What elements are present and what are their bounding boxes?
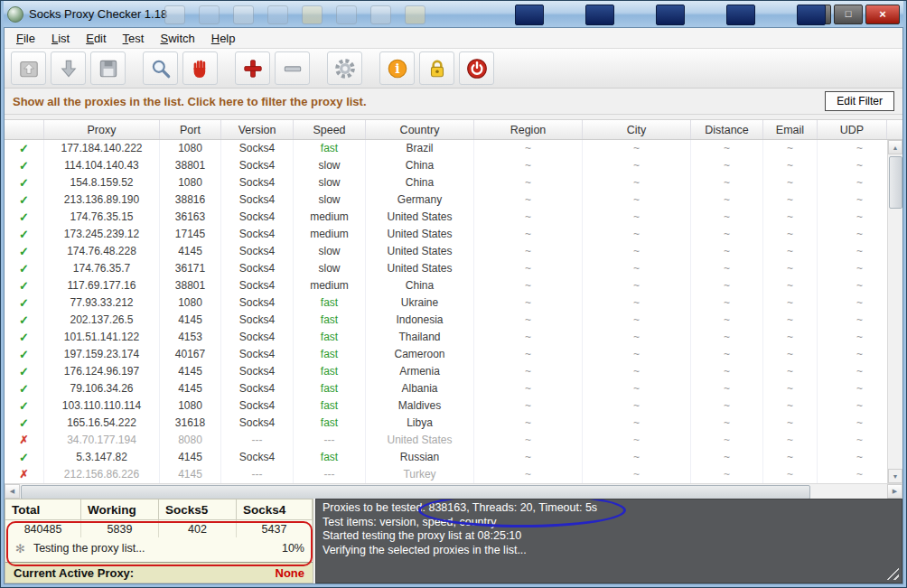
table-row[interactable]: ✓165.16.54.22231618Socks4fastLibya~~~~~	[5, 415, 902, 432]
table-row[interactable]: ✓173.245.239.1217145Socks4mediumUnited S…	[5, 226, 902, 243]
cell-city: ~	[583, 277, 691, 294]
scroll-down-icon[interactable]: ▼	[888, 469, 902, 483]
cell-city: ~	[583, 226, 691, 243]
table-row[interactable]: ✓174.76.35.736171Socks4slowUnited States…	[5, 260, 902, 277]
table-row[interactable]: ✓101.51.141.1224153Socks4fastThailand~~~…	[5, 329, 902, 346]
cell-proxy: 165.16.54.222	[44, 415, 160, 432]
check-icon: ✓	[5, 243, 44, 260]
table-row[interactable]: ✓77.93.33.2121080Socks4fastUkraine~~~~~	[5, 294, 902, 312]
maximize-button[interactable]: □	[834, 5, 863, 24]
edit-filter-button[interactable]: Edit Filter	[825, 91, 894, 111]
client-area: FileListEditTestSwitchHelp	[4, 27, 903, 584]
power-button[interactable]	[459, 51, 494, 85]
cell-country: Russian	[366, 449, 474, 466]
menu-item-list[interactable]: List	[43, 29, 78, 48]
cell-email: ~	[763, 449, 818, 466]
table-row[interactable]: ✓117.69.177.1638801Socks4mediumChina~~~~…	[5, 277, 902, 294]
add-button[interactable]	[235, 51, 270, 85]
active-proxy-value: None	[276, 566, 305, 580]
open-button[interactable]	[11, 51, 46, 85]
cell-email: ~	[763, 397, 818, 415]
cell-port: 4145	[160, 449, 221, 466]
active-proxy-label: Current Active Proxy:	[14, 566, 134, 580]
horizontal-scroll-thumb[interactable]	[21, 485, 810, 499]
table-row[interactable]: ✓174.76.35.1536163Socks4mediumUnited Sta…	[5, 209, 902, 226]
table-row[interactable]: ✗212.156.86.2264145------Turkey~~~~~	[5, 466, 902, 483]
table-row[interactable]: ✓79.106.34.264145Socks4fastAlbania~~~~~	[5, 380, 902, 397]
menu-item-switch[interactable]: Switch	[152, 29, 202, 48]
table-row[interactable]: ✓103.110.110.1141080Socks4fastMaldives~~…	[5, 397, 902, 415]
scroll-left-icon[interactable]: ◀	[5, 484, 20, 499]
cell-port: 40167	[160, 346, 221, 363]
table-row[interactable]: ✓5.3.147.824145Socks4fastRussian~~~~~	[5, 449, 902, 466]
cell-distance: ~	[691, 449, 763, 466]
column-header-country[interactable]: Country	[366, 120, 474, 139]
column-header-speed[interactable]: Speed	[294, 120, 366, 139]
svg-text:i: i	[395, 61, 399, 76]
table-row[interactable]: ✓154.8.159.521080Socks4slowChina~~~~~	[5, 174, 902, 191]
column-header-city[interactable]: City	[583, 120, 691, 139]
table-row[interactable]: ✓202.137.26.54145Socks4fastIndonesia~~~~…	[5, 312, 902, 329]
ghost-icon	[164, 5, 185, 24]
column-header-distance[interactable]: Distance	[691, 120, 763, 139]
filter-text[interactable]: Show all the proxies in the list. Click …	[13, 95, 367, 108]
cell-region: ~	[474, 329, 583, 346]
cell-speed: medium	[294, 226, 366, 243]
table-row[interactable]: ✓213.136.89.19038816Socks4slowGermany~~~…	[5, 191, 902, 209]
menu-item-test[interactable]: Test	[115, 29, 153, 48]
horizontal-scrollbar[interactable]: ◀ ▶	[5, 483, 902, 499]
cell-distance: ~	[691, 191, 763, 209]
menu-item-edit[interactable]: Edit	[78, 29, 114, 48]
stop-button[interactable]	[182, 51, 218, 85]
cell-distance: ~	[691, 243, 763, 260]
save-button[interactable]	[90, 51, 126, 85]
column-header-port[interactable]: Port	[160, 120, 221, 139]
info-button[interactable]: i	[379, 51, 415, 85]
scroll-up-icon[interactable]: ▲	[888, 140, 902, 154]
cell-speed: slow	[294, 174, 366, 191]
lock-button[interactable]	[419, 51, 454, 85]
cell-proxy: 174.76.35.15	[44, 209, 160, 226]
remove-button[interactable]	[275, 51, 310, 85]
close-button[interactable]: ×	[865, 5, 900, 24]
table-row[interactable]: ✓176.124.96.1974145Socks4fastArmenia~~~~…	[5, 363, 902, 380]
check-icon: ✓	[5, 312, 44, 329]
cell-port: 4145	[160, 380, 221, 397]
cell-country: Armenia	[366, 363, 474, 380]
find-button[interactable]	[143, 51, 178, 85]
cell-region: ~	[474, 226, 583, 243]
cell-port: 38816	[160, 191, 221, 209]
summary-panel: TotalWorkingSocks5Socks48404855839402543…	[5, 499, 313, 583]
column-header-version[interactable]: Version	[221, 120, 294, 139]
taskbar-thumbnail	[797, 5, 826, 25]
settings-button[interactable]	[327, 51, 362, 85]
table-row[interactable]: ✓174.76.48.2284145Socks4slowUnited State…	[5, 243, 902, 260]
column-header-status[interactable]	[5, 120, 44, 139]
resize-grip[interactable]	[886, 567, 899, 580]
log-line: Started testing the proxy list at 08:25:…	[323, 529, 895, 544]
menu-item-help[interactable]: Help	[203, 29, 244, 48]
scroll-right-icon[interactable]: ▶	[887, 484, 902, 499]
column-header-proxy[interactable]: Proxy	[44, 120, 160, 139]
check-icon: ✓	[5, 157, 44, 174]
cell-proxy: 5.3.147.82	[44, 449, 160, 466]
table-row[interactable]: ✗34.70.177.1948080------United States~~~…	[5, 432, 902, 449]
table-row[interactable]: ✓177.184.140.2221080Socks4fastBrazil~~~~…	[5, 140, 902, 157]
cell-version: Socks4	[221, 346, 294, 363]
column-header-region[interactable]: Region	[474, 120, 583, 139]
search-icon	[149, 57, 173, 80]
summary-value-total: 840485	[5, 520, 81, 537]
menu-item-file[interactable]: File	[8, 29, 43, 48]
vertical-scrollbar[interactable]: ▲ ▼	[887, 140, 902, 483]
table-row[interactable]: ✓114.104.140.4338801Socks4slowChina~~~~~	[5, 157, 902, 174]
column-header-udp[interactable]: UDP	[818, 120, 887, 139]
vertical-scroll-thumb[interactable]	[889, 156, 902, 209]
cell-region: ~	[474, 397, 583, 415]
column-header-email[interactable]: Email	[763, 120, 818, 139]
download-button[interactable]	[51, 51, 86, 85]
cell-version: Socks4	[221, 157, 294, 174]
proxy-table-body: ✓177.184.140.2221080Socks4fastBrazil~~~~…	[5, 140, 902, 483]
table-row[interactable]: ✓197.159.23.17440167Socks4fastCameroon~~…	[5, 346, 902, 363]
taskbar-thumbnails	[515, 5, 826, 25]
cell-email: ~	[763, 209, 818, 226]
